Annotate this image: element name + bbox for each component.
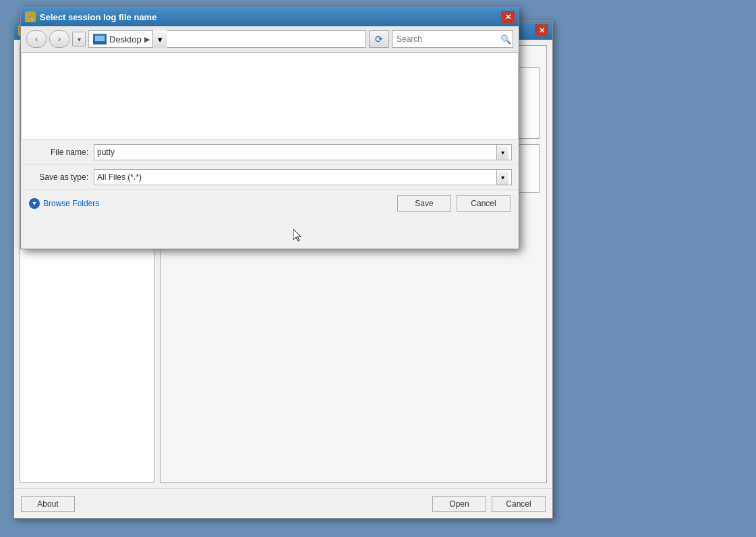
browse-folders-label: Browse Folders xyxy=(43,199,99,208)
cancel-button[interactable]: Cancel xyxy=(492,496,546,512)
dialog-buttons: Save Cancel xyxy=(397,195,511,212)
search-bar: 🔍 xyxy=(392,30,513,48)
svg-rect-1 xyxy=(95,36,105,41)
save-dialog-icon: 🔧 xyxy=(25,11,36,22)
bottom-bar: About Open Cancel xyxy=(14,488,552,518)
browse-row: ▼ Browse Folders Save Cancel xyxy=(21,190,519,217)
refresh-button[interactable]: ⟳ xyxy=(369,30,389,48)
file-name-row: File name: putty ▾ xyxy=(21,140,519,165)
save-as-type-value: All Files (*.*) xyxy=(97,172,142,182)
address-bar: Desktop ▶ ▾ xyxy=(88,30,366,48)
file-name-value: putty xyxy=(97,148,115,157)
save-dialog-titlebar: 🔧 Select session log file name ✕ xyxy=(21,7,519,26)
nav-dropdown-button[interactable]: ▾ xyxy=(72,32,86,46)
dialog-toolbar: ‹ › ▾ Desktop ▶ ▾ ⟳ 🔍 xyxy=(21,26,519,53)
back-button[interactable]: ‹ xyxy=(26,30,47,48)
save-button[interactable]: Save xyxy=(397,195,451,212)
address-location: Desktop xyxy=(109,34,142,44)
save-dialog-title: Select session log file name xyxy=(40,12,156,22)
save-as-type-label: Save as type: xyxy=(28,172,88,182)
file-name-input-wrap: putty ▾ xyxy=(94,144,512,160)
save-as-type-wrap: All Files (*.*) ▾ xyxy=(94,169,512,185)
save-as-type-row: Save as type: All Files (*.*) ▾ xyxy=(21,165,519,190)
save-dialog-body: ‹ › ▾ Desktop ▶ ▾ ⟳ 🔍 xyxy=(21,26,519,217)
search-icon: 🔍 xyxy=(500,34,511,44)
desktop-icon xyxy=(93,34,107,44)
putty-close-button[interactable]: ✕ xyxy=(535,24,548,36)
address-arrow: ▶ xyxy=(144,35,150,44)
file-name-label: File name: xyxy=(28,148,88,157)
save-titlebar-left: 🔧 Select session log file name xyxy=(25,11,156,22)
open-button[interactable]: Open xyxy=(432,496,486,512)
browse-arrow-icon: ▼ xyxy=(29,198,40,209)
save-dialog-close-button[interactable]: ✕ xyxy=(501,11,515,23)
file-name-dropdown[interactable]: ▾ xyxy=(496,145,508,160)
search-input[interactable] xyxy=(397,34,498,44)
dialog-cancel-button[interactable]: Cancel xyxy=(457,195,511,212)
forward-button[interactable]: › xyxy=(49,30,69,48)
about-button[interactable]: About xyxy=(21,496,75,512)
browse-folders-button[interactable]: ▼ Browse Folders xyxy=(29,198,99,209)
file-browser-area[interactable] xyxy=(21,53,519,140)
save-as-type-dropdown[interactable]: ▾ xyxy=(496,170,508,185)
save-dialog: 🔧 Select session log file name ✕ ‹ › ▾ D… xyxy=(20,7,519,249)
address-dropdown-button[interactable]: ▾ xyxy=(152,30,167,48)
